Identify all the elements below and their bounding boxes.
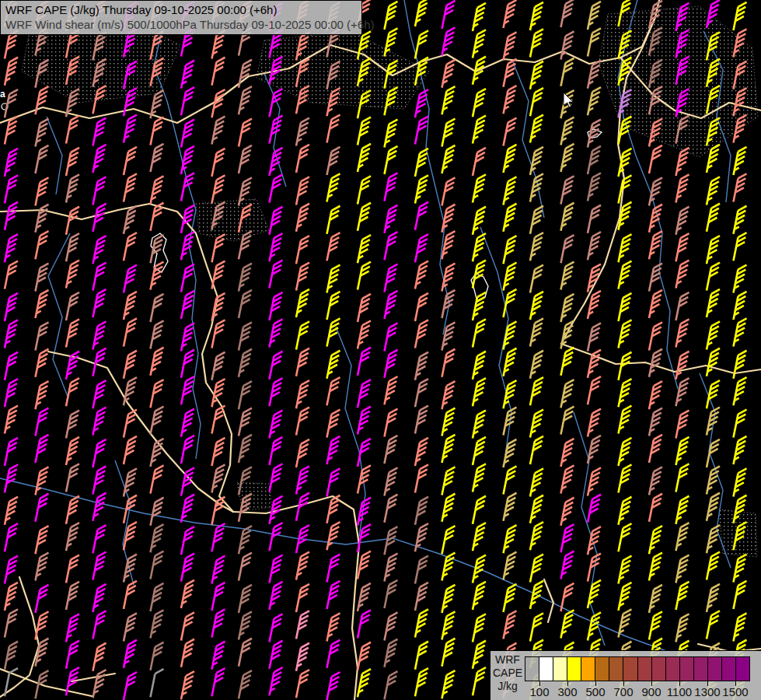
legend-cell-0 <box>525 657 539 681</box>
legend-cell-7 <box>623 657 637 681</box>
legend-tick-label: 500 <box>585 685 605 698</box>
legend-colorbar <box>525 656 750 681</box>
legend-tick-label: 1100 <box>667 685 692 698</box>
legend-tick-label: 100 <box>529 685 549 698</box>
legend-cell-2 <box>553 657 567 681</box>
legend-cell-9 <box>652 657 666 681</box>
title-line-cape: WRF CAPE (J/kg) Thursday 09-10-2025 00:0… <box>5 2 357 17</box>
legend-tick-label: 1300 <box>694 685 720 698</box>
legend-label: WRF CAPE J/kg <box>492 653 523 693</box>
map-canvas[interactable] <box>0 0 761 700</box>
legend-cell-13 <box>708 657 722 681</box>
legend-cell-1 <box>539 657 553 681</box>
legend-cell-11 <box>680 657 694 681</box>
title-line-windshear: WRF Wind shear (m/s) 500/1000hPa Thursda… <box>5 17 357 32</box>
legend-cell-14 <box>722 657 736 681</box>
legend-tick-label: 1500 <box>722 685 748 698</box>
legend-cell-10 <box>666 657 680 681</box>
legend-cell-8 <box>638 657 652 681</box>
cape-legend: WRF CAPE J/kg 10030050070090011001300150… <box>490 650 761 700</box>
legend-cell-6 <box>609 657 623 681</box>
weather-map-stage: a WRF CAPE (J/kg) Thursday 09-10-2025 00… <box>0 0 761 700</box>
legend-label-model: WRF <box>492 653 523 667</box>
legend-tick-label: 700 <box>613 685 633 698</box>
legend-cell-15 <box>736 657 749 681</box>
legend-label-variable: CAPE <box>492 667 523 680</box>
map-title-box: WRF CAPE (J/kg) Thursday 09-10-2025 00:0… <box>0 0 362 35</box>
legend-tick-label: 900 <box>641 685 661 698</box>
legend-label-unit: J/kg <box>492 680 523 693</box>
legend-tick-label: 300 <box>557 685 577 698</box>
legend-cell-12 <box>694 657 708 681</box>
legend-cell-5 <box>595 657 609 681</box>
legend-cell-4 <box>581 657 595 681</box>
legend-cell-3 <box>567 657 581 681</box>
city-label-fragment: a <box>0 89 5 100</box>
